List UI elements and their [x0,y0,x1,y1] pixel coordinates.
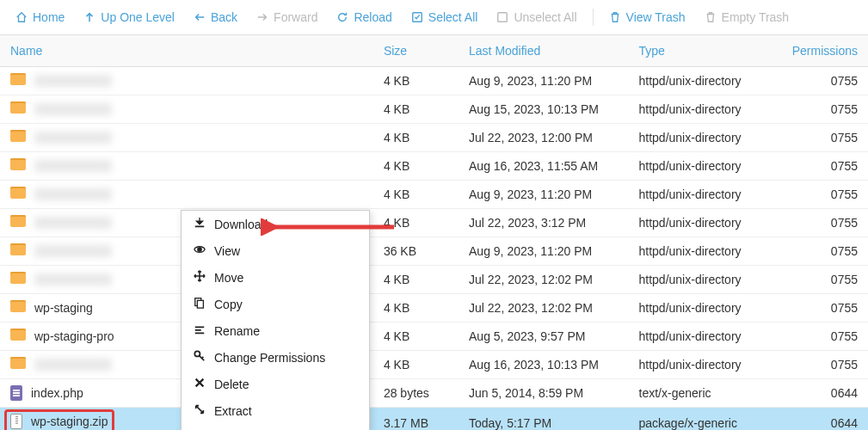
column-header-name[interactable]: Name [0,35,373,67]
cell-size: 4 KB [373,181,459,209]
context-menu-move[interactable]: Move [182,264,369,291]
table-row[interactable]: 4 KBAug 16, 2023, 11:55 AMhttpd/unix-dir… [0,152,868,181]
table-row[interactable]: 36 KBAug 9, 2023, 11:20 PMhttpd/unix-dir… [0,237,868,266]
empty-trash-icon [705,11,717,23]
key-icon [194,350,206,365]
context-menu-download[interactable]: Download [182,211,369,237]
cell-perm: 0755 [782,181,868,209]
column-header-type[interactable]: Type [629,35,782,67]
svg-rect-2 [195,226,205,228]
cell-type: text/x-generic [629,379,782,408]
back-label: Back [211,10,237,24]
cell-type: package/x-generic [629,408,782,431]
reload-button[interactable]: Reload [329,7,398,28]
column-header-size[interactable]: Size [373,35,459,67]
reload-label: Reload [354,10,391,24]
context-menu-rename[interactable]: Rename [182,317,369,344]
cell-type: httpd/unix-directory [629,95,782,124]
folder-icon [10,357,26,372]
file-name [34,132,112,144]
cell-type: httpd/unix-directory [629,237,782,266]
cell-perm: 0755 [782,95,868,124]
table-row[interactable]: wp-staging-pro4 KBAug 5, 2023, 9:57 PMht… [0,322,868,351]
cell-size: 4 KB [373,351,459,379]
table-row[interactable]: 4 KBAug 16, 2023, 10:13 PMhttpd/unix-dir… [0,351,868,379]
select-all-button[interactable]: Select All [404,7,485,28]
cell-perm: 0755 [782,351,868,379]
column-header-last-modified[interactable]: Last Modified [459,35,628,67]
cell-type: httpd/unix-directory [629,322,782,351]
forward-button: Forward [249,7,324,28]
select-all-label: Select All [428,10,478,24]
cell-size: 3.17 MB [373,408,459,431]
cell-size: 4 KB [373,67,459,95]
cell-modified: Jul 22, 2023, 12:02 PM [459,266,628,294]
cell-size: 4 KB [373,322,459,351]
cell-perm: 0755 [782,152,868,181]
cell-type: httpd/unix-directory [629,351,782,379]
cell-size: 4 KB [373,266,459,294]
folder-icon [10,158,26,174]
context-menu-extract[interactable]: Extract [182,397,369,424]
cell-modified: Aug 16, 2023, 11:55 AM [459,152,628,181]
column-header-permissions[interactable]: Permissions [782,35,868,67]
table-row[interactable]: wp-staging.zip3.17 MBToday, 5:17 PMpacka… [0,408,868,431]
home-button[interactable]: Home [9,7,71,28]
view-trash-button[interactable]: View Trash [602,7,693,28]
unselect-all-button: Unselect All [489,7,583,28]
svg-rect-1 [498,13,508,22]
table-row[interactable]: 4 KBAug 9, 2023, 11:20 PMhttpd/unix-dire… [0,181,868,209]
file-name [34,160,112,172]
file-name [34,103,112,115]
context-menu-change-permissions[interactable]: Change Permissions [182,344,369,371]
file-name: wp-staging [34,301,93,315]
cell-modified: Jul 22, 2023, 12:02 PM [459,294,628,322]
table-row[interactable]: 4 KBAug 9, 2023, 11:20 PMhttpd/unix-dire… [0,67,868,95]
file-name [34,75,112,87]
cell-modified: Aug 16, 2023, 10:13 PM [459,351,628,379]
cell-type: httpd/unix-directory [629,294,782,322]
extract-label: Extract [214,404,252,418]
cell-perm: 0755 [782,67,868,95]
table-row[interactable]: 4 KBJul 22, 2023, 12:00 PMhttpd/unix-dir… [0,124,868,152]
forward-arrow-icon [256,11,268,23]
cell-perm: 0755 [782,237,868,266]
file-name: wp-staging.zip [31,415,108,428]
back-button[interactable]: Back [187,7,244,28]
svg-rect-5 [197,300,203,308]
file-name [34,245,112,257]
cell-modified: Aug 9, 2023, 11:20 PM [459,67,628,95]
context-menu-delete[interactable]: Delete [182,371,369,397]
cell-perm: 0755 [782,209,868,237]
table-row[interactable]: 4 KBAug 15, 2023, 10:13 PMhttpd/unix-dir… [0,95,868,124]
cell-size: 4 KB [373,95,459,124]
table-row[interactable]: 4 KBJul 22, 2023, 12:02 PMhttpd/unix-dir… [0,266,868,294]
eye-icon [194,243,206,258]
cell-perm: 0755 [782,322,868,351]
cell-perm: 0755 [782,124,868,152]
cell-type: httpd/unix-directory [629,266,782,294]
copy-icon [194,297,206,311]
cell-modified: Aug 15, 2023, 10:13 PM [459,95,628,124]
extract-icon [194,403,206,418]
cell-modified: Aug 9, 2023, 11:20 PM [459,181,628,209]
cell-modified: Jun 5, 2014, 8:59 PM [459,379,628,408]
table-row[interactable]: wp-staging4 KBJul 22, 2023, 12:02 PMhttp… [0,294,868,322]
context-menu-compress[interactable]: Compress [182,424,369,430]
cell-size: 4 KB [373,152,459,181]
folder-icon [10,329,26,344]
cell-type: httpd/unix-directory [629,67,782,95]
cell-size: 36 KB [373,237,459,266]
table-row[interactable]: index.php28 bytesJun 5, 2014, 8:59 PMtex… [0,379,868,408]
cell-size: 4 KB [373,124,459,152]
context-menu-view[interactable]: View [182,237,369,264]
cell-perm: 0755 [782,266,868,294]
up-one-level-button[interactable]: Up One Level [77,7,182,28]
folder-icon [10,187,26,202]
table-row[interactable]: 4 KBJul 22, 2023, 3:12 PMhttpd/unix-dire… [0,209,868,237]
file-name [34,273,112,286]
file-name: index.php [31,386,83,400]
home-icon [15,11,28,23]
forward-label: Forward [274,10,317,24]
context-menu-copy[interactable]: Copy [182,291,369,317]
